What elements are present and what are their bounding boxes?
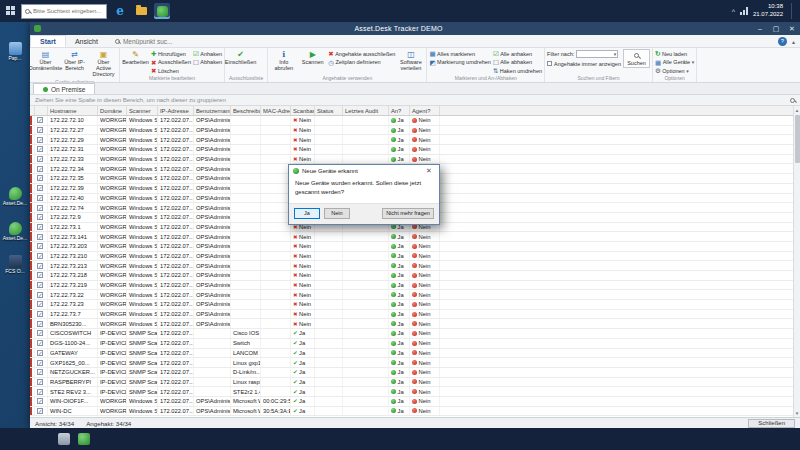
ueber-ip-bereich-button[interactable]: Über IP-Bereich <box>61 49 88 72</box>
taskbar-app-icon[interactable] <box>78 433 90 445</box>
table-row[interactable]: ✓STE2 REV2 3...IP-DEVICESNMP Sca...172.0… <box>30 387 800 397</box>
dialog-never-ask-button[interactable]: Nicht mehr fragen <box>382 208 434 219</box>
bearbeiten-button[interactable]: Bearbeiten <box>122 49 149 66</box>
row-checkbox[interactable]: ✓ <box>37 224 43 230</box>
row-checkbox[interactable]: ✓ <box>37 146 43 152</box>
row-checkbox[interactable]: ✓ <box>37 398 43 404</box>
table-row[interactable]: ✓WIN-DCWORKGR...Windows S...172.022.07..… <box>30 407 800 417</box>
row-checkbox[interactable]: ✓ <box>37 301 43 307</box>
einschliessen-button[interactable]: Einschließen <box>227 49 254 66</box>
scroll-up-icon[interactable]: ▲ <box>795 106 799 114</box>
row-checkbox[interactable]: ✓ <box>37 243 43 249</box>
groupby-bar[interactable]: Ziehen Sie eine Spalte in diesen Bereich… <box>30 95 800 106</box>
row-checkbox[interactable]: ✓ <box>37 330 43 336</box>
dialog-no-button[interactable]: Nein <box>324 208 350 219</box>
table-row[interactable]: ✓WIN-OIOF1F...WORKGR...Windows S...172.0… <box>30 397 800 407</box>
table-row[interactable]: ✓172.22.73.23WORKGR...Windows S...172.02… <box>30 300 800 310</box>
hinzufuegen-button[interactable]: Hinzufügen <box>151 50 191 57</box>
table-row[interactable]: ✓CISCOSWITCHIP-DEVICESNMP Sca...172.022.… <box>30 329 800 339</box>
table-row[interactable]: ✓172.22.73.7WORKGR...Windows S...172.022… <box>30 310 800 320</box>
table-row[interactable]: ✓GXP1625_00...IP-DEVICESNMP Sca...172.02… <box>30 358 800 368</box>
zeitplan-definieren-button[interactable]: Zeitplan definieren <box>328 59 395 66</box>
minimize-button[interactable]: – <box>752 22 768 35</box>
row-checkbox[interactable]: ✓ <box>37 253 43 259</box>
column-header[interactable]: Domäne <box>98 106 127 115</box>
table-row[interactable]: ✓172.22.73.218WORKGR...Windows S...172.0… <box>30 271 800 281</box>
alle-abhaken-button[interactable]: Alle abhaken <box>493 59 542 66</box>
column-header[interactable]: Letztes Audit <box>343 106 389 115</box>
taskbar-search[interactable] <box>21 4 107 19</box>
table-row[interactable]: ✓BRN305230...WORKGR...Windows S...172.02… <box>30 319 800 329</box>
suchen-button[interactable]: Suchen <box>623 49 650 68</box>
row-checkbox[interactable]: ✓ <box>37 379 43 385</box>
table-row[interactable]: ✓GATEWAYIP-DEVICESNMP Sca...172.022.07..… <box>30 349 800 359</box>
explorer-icon[interactable] <box>133 3 149 19</box>
row-checkbox[interactable]: ✓ <box>37 234 43 240</box>
vertical-scrollbar[interactable]: ▲ ▼ <box>793 106 800 417</box>
column-header[interactable]: Agent? <box>410 106 440 115</box>
scroll-down-icon[interactable]: ▼ <box>795 409 799 417</box>
table-body[interactable]: ✓172.22.72.10WORKGR...Windows S...172.02… <box>30 116 800 417</box>
row-checkbox[interactable]: ✓ <box>37 408 43 414</box>
table-row[interactable]: ✓172.22.72.10WORKGR...Windows S...172.02… <box>30 116 800 126</box>
neu-laden-button[interactable]: Neu laden <box>655 50 694 57</box>
column-header[interactable]: MAC-Adresse <box>261 106 291 115</box>
info-abrufen-button[interactable]: Info abrufen <box>270 49 297 72</box>
ueber-domaenenliste-button[interactable]: Über Domänenliste <box>32 49 59 72</box>
maximize-button[interactable]: ▢ <box>768 22 784 35</box>
angehakte-ausschliessen-button[interactable]: Angehakte ausschließen <box>328 50 395 57</box>
table-row[interactable]: ✓172.22.72.27WORKGR...Windows S...172.02… <box>30 126 800 136</box>
collapse-ribbon-icon[interactable]: ▴ <box>792 38 795 45</box>
menu-search[interactable] <box>115 35 187 47</box>
menu-search-input[interactable] <box>123 38 187 45</box>
row-checkbox[interactable]: ✓ <box>37 127 43 133</box>
table-row[interactable]: ✓172.22.72.33WORKGR...Windows S...172.02… <box>30 155 800 165</box>
taskbar-search-input[interactable] <box>33 8 105 14</box>
desktop-icon[interactable]: Asset.De... <box>0 222 30 242</box>
row-checkbox[interactable]: ✓ <box>37 282 43 288</box>
desktop-icon[interactable]: Asset.De... <box>0 187 30 207</box>
ausschliessen-button[interactable]: Ausschließen <box>151 59 191 66</box>
optionen-button[interactable]: Optionen▾ <box>655 67 694 74</box>
table-row[interactable]: ✓172.22.73.213WORKGR...Windows S...172.0… <box>30 261 800 271</box>
desktop-icon[interactable]: Pap... <box>0 42 30 62</box>
row-checkbox[interactable]: ✓ <box>37 195 43 201</box>
dialog-close-icon[interactable]: ✕ <box>423 167 435 175</box>
schliessen-button[interactable]: Schließen <box>748 419 795 428</box>
alle-anhaken-button[interactable]: Alle anhaken <box>493 50 542 57</box>
tab-start[interactable]: Start <box>30 35 66 47</box>
row-checkbox[interactable]: ✓ <box>37 350 43 356</box>
row-checkbox[interactable]: ✓ <box>37 321 43 327</box>
table-row[interactable]: ✓172.22.72.29WORKGR...Windows S...172.02… <box>30 135 800 145</box>
tray-expand-icon[interactable]: ^ <box>732 8 735 15</box>
row-checkbox[interactable]: ✓ <box>37 292 43 298</box>
markierung-umdrehen-button[interactable]: Markierung umdrehen <box>429 59 490 66</box>
network-icon[interactable] <box>740 7 748 15</box>
row-checkbox[interactable]: ✓ <box>37 137 43 143</box>
loeschen-button[interactable]: Löschen <box>151 67 191 74</box>
table-row[interactable]: ✓172.22.73.141WORKGR...Windows S...172.0… <box>30 232 800 242</box>
column-header[interactable]: Scanbar? <box>291 106 315 115</box>
table-row[interactable]: ✓172.22.73.22WORKGR...Windows S...172.02… <box>30 290 800 300</box>
column-header[interactable]: Hostname <box>48 106 98 115</box>
ueber-active-directory-button[interactable]: Über Active Directory <box>90 49 117 78</box>
start-button-icon[interactable] <box>6 6 16 16</box>
table-row[interactable]: ✓172.22.73.219WORKGR...Windows S...172.0… <box>30 281 800 291</box>
row-checkbox[interactable]: ✓ <box>37 166 43 172</box>
table-row[interactable]: ✓RASPBERRYPIIP-DEVICESNMP Sca...172.022.… <box>30 378 800 388</box>
tab-ansicht[interactable]: Ansicht <box>66 35 107 47</box>
titlebar[interactable]: Asset.Desk Tracker DEMO – ▢ ✕ <box>30 22 800 35</box>
row-checkbox[interactable]: ✓ <box>37 311 43 317</box>
table-row[interactable]: ✓172.22.72.31WORKGR...Windows S...172.02… <box>30 145 800 155</box>
table-row[interactable]: ✓172.22.73.210WORKGR...Windows S...172.0… <box>30 252 800 262</box>
row-checkbox[interactable]: ✓ <box>37 117 43 123</box>
abhaken-button[interactable]: Abhaken <box>193 59 222 66</box>
dialog-yes-button[interactable]: Ja <box>294 208 320 219</box>
row-checkbox[interactable]: ✓ <box>37 263 43 269</box>
edge-icon[interactable]: e <box>112 3 128 19</box>
show-desktop-button[interactable] <box>791 3 794 19</box>
taskbar-window-icon[interactable] <box>58 433 70 445</box>
row-checkbox[interactable]: ✓ <box>37 360 43 366</box>
row-checkbox[interactable]: ✓ <box>37 340 43 346</box>
anhaken-button[interactable]: Anhaken <box>193 50 222 57</box>
